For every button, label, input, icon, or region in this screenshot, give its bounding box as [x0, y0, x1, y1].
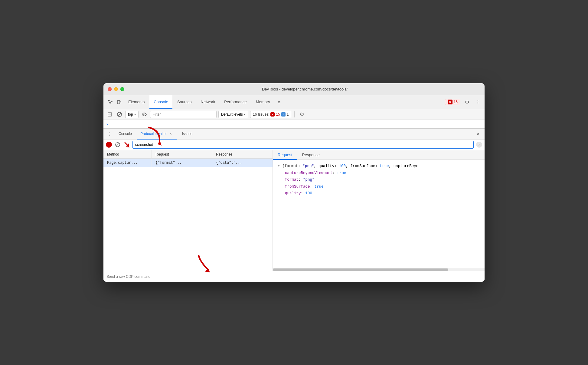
tab-performance[interactable]: Performance — [220, 95, 251, 109]
json-field-1: captureBeyondViewport: true — [278, 170, 480, 177]
title-bar: DevTools - developer.chrome.com/docs/dev… — [103, 83, 485, 95]
svg-rect-0 — [117, 100, 120, 104]
search-input[interactable] — [132, 141, 474, 149]
tab-bar-right: ✕ 15 ⚙ ⋮ — [445, 98, 482, 106]
window-title: DevTools - developer.chrome.com/docs/dev… — [129, 87, 480, 91]
protocol-monitor-content: × Meth — [103, 140, 485, 282]
drawer: ⋮ Console Protocol monitor × Issues × — [103, 128, 485, 282]
settings-button[interactable]: ⚙ — [463, 98, 471, 106]
log-levels-selector[interactable]: Default levels ▾ — [218, 111, 248, 118]
table-right-panel: Request Response ▾ {format: "png", quali… — [273, 150, 485, 271]
more-options-button[interactable]: ⋮ — [474, 98, 482, 106]
search-bar: × — [103, 140, 485, 150]
json-top-line: ▾ {format: "png", quality: 100, fromSurf… — [278, 163, 480, 170]
request-header: Request — [152, 150, 212, 158]
json-field-3: fromSurface: true — [278, 183, 480, 190]
detail-tabs: Request Response — [273, 150, 485, 160]
detail-scrollbar[interactable] — [273, 268, 485, 271]
issues-info-icon: i — [281, 112, 286, 117]
execute-script-button[interactable] — [106, 110, 114, 118]
more-tabs-icon[interactable]: » — [275, 98, 283, 106]
error-x-icon: ✕ — [448, 100, 452, 104]
breadcrumb-chevron[interactable]: › — [106, 122, 108, 127]
method-header: Method — [103, 150, 152, 158]
json-field-2: format: "png" — [278, 176, 480, 183]
tab-elements[interactable]: Elements — [124, 95, 149, 109]
search-clear-icon[interactable]: × — [476, 142, 482, 148]
method-cell: Page.captur... — [103, 159, 152, 167]
drawer-tab-bar: ⋮ Console Protocol monitor × Issues × — [103, 129, 485, 140]
drawer-close-button[interactable]: × — [474, 130, 482, 138]
drawer-tab-issues[interactable]: Issues — [178, 129, 196, 140]
error-badge[interactable]: ✕ 15 — [445, 99, 460, 105]
inspect-element-icon[interactable] — [106, 98, 114, 106]
detail-tab-request[interactable]: Request — [273, 150, 297, 160]
table-left-panel: Method Request Response Page.captur. — [103, 150, 273, 271]
svg-point-5 — [144, 114, 145, 115]
tab-network[interactable]: Network — [197, 95, 220, 109]
bottom-input-container — [103, 271, 485, 282]
response-header: Response — [212, 150, 272, 158]
issues-error-icon: ✕ — [270, 112, 275, 117]
svg-line-4 — [118, 113, 121, 116]
tab-sources[interactable]: Sources — [173, 95, 196, 109]
devtools-window: DevTools - developer.chrome.com/docs/dev… — [103, 83, 485, 282]
detail-tab-response[interactable]: Response — [297, 150, 325, 160]
bottom-input-bar — [103, 271, 485, 282]
drawer-tab-console[interactable]: Console — [115, 129, 136, 140]
download-button[interactable] — [123, 141, 130, 148]
breadcrumb-bar: › — [103, 120, 485, 128]
drawer-more-icon[interactable]: ⋮ — [106, 130, 114, 138]
traffic-lights — [108, 87, 124, 91]
request-cell: {"format"... — [152, 159, 212, 167]
filter-input[interactable] — [150, 111, 217, 118]
close-button[interactable] — [108, 87, 112, 91]
protocol-monitor-close-icon[interactable]: × — [168, 131, 173, 136]
svg-line-7 — [116, 143, 119, 146]
issues-badge[interactable]: 16 Issues: ✕ 15 i 1 — [250, 111, 292, 118]
json-field-4: quality: 100 — [278, 190, 480, 197]
clear-console-button[interactable] — [116, 110, 123, 118]
search-bar-container: × — [103, 140, 485, 150]
console-toolbar: top ▾ Default levels ▾ 16 Issues: ✕ 15 i… — [103, 109, 485, 120]
context-selector[interactable]: top ▾ — [125, 111, 139, 118]
response-cell: {"data":"... — [212, 159, 272, 167]
clear-button[interactable] — [114, 141, 121, 148]
minimize-button[interactable] — [114, 87, 118, 91]
record-button[interactable] — [106, 142, 112, 148]
detail-content: ▾ {format: "png", quality: 100, fromSurf… — [273, 160, 485, 268]
drawer-tab-protocol-monitor[interactable]: Protocol monitor × — [137, 129, 177, 140]
devtools-body: Elements Console Sources Network Perform… — [103, 95, 485, 282]
data-table: Method Request Response Page.captur. — [103, 150, 485, 271]
eye-icon-button[interactable] — [140, 110, 148, 118]
cdp-command-input[interactable] — [106, 275, 482, 279]
maximize-button[interactable] — [120, 87, 124, 91]
main-tab-bar: Elements Console Sources Network Perform… — [103, 95, 485, 109]
table-header: Method Request Response — [103, 150, 273, 159]
console-settings-button[interactable]: ⚙ — [298, 110, 306, 119]
tab-console[interactable]: Console — [149, 95, 172, 109]
detail-scrollbar-thumb — [273, 268, 448, 271]
svg-rect-1 — [120, 101, 121, 103]
toolbar-divider — [294, 111, 295, 117]
device-toolbar-icon[interactable] — [115, 98, 123, 106]
tab-memory[interactable]: Memory — [252, 95, 274, 109]
table-row[interactable]: Page.captur... {"format"... {"data":"... — [103, 159, 273, 167]
